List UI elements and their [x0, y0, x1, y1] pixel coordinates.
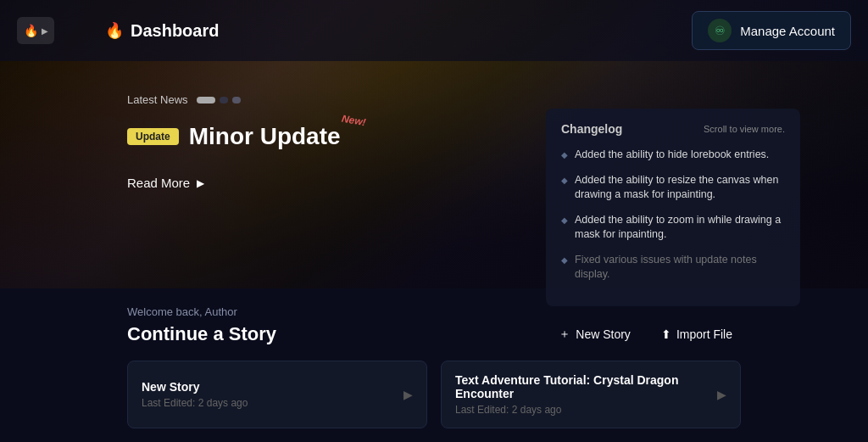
changelog-item-text-3: Added the ability to zoom in while drawi… — [575, 213, 785, 243]
bullet-icon-4: ◆ — [561, 255, 568, 283]
news-dot-3[interactable] — [232, 97, 241, 104]
logo-button[interactable]: 🔥 ▶ — [17, 17, 54, 44]
topbar-right: ♾ Manage Account — [692, 11, 851, 50]
changelog-item-4: ◆ Fixed various issues with update notes… — [561, 253, 785, 283]
bullet-icon-2: ◆ — [561, 175, 568, 203]
welcome-text: Welcome back, Author — [127, 305, 741, 318]
changelog-item-3: ◆ Added the ability to zoom in while dra… — [561, 213, 785, 243]
import-file-label: Import File — [676, 327, 732, 341]
topbar-title: 🔥 Dashboard — [105, 21, 219, 41]
story-cards: New Story Last Edited: 2 days ago ▶ Text… — [127, 361, 741, 428]
topbar: 🔥 ▶ 🔥 Dashboard ♾ Manage Account — [0, 0, 868, 61]
news-dots — [197, 97, 241, 104]
chevron-right-icon: ▶ — [42, 26, 48, 36]
bottom-header: Welcome back, Author Continue a Story ＋ … — [127, 305, 741, 347]
changelog-item-2: ◆ Added the ability to resize the canvas… — [561, 173, 785, 203]
story-card-1-arrow-icon: ▶ — [403, 388, 413, 401]
update-badge: Update — [127, 128, 179, 145]
manage-account-button[interactable]: ♾ Manage Account — [692, 11, 851, 50]
import-icon: ⬆ — [661, 327, 671, 341]
bullet-icon-3: ◆ — [561, 215, 568, 243]
plus-icon: ＋ — [559, 327, 570, 342]
read-more-link[interactable]: Read More ▶ — [127, 176, 341, 190]
story-card-1-title: New Story — [142, 380, 248, 394]
changelog-title: Changelog — [561, 122, 622, 136]
changelog-item-text-4: Fixed various issues with update notes d… — [575, 253, 785, 283]
bottom-section: Welcome back, Author Continue a Story ＋ … — [0, 288, 868, 442]
changelog-item-text-1: Added the ability to hide lorebook entri… — [575, 148, 769, 163]
new-story-button[interactable]: ＋ New Story — [550, 322, 639, 347]
import-file-button[interactable]: ⬆ Import File — [653, 322, 741, 346]
news-label: Latest News — [127, 93, 341, 106]
page-title: Dashboard — [131, 21, 219, 41]
manage-account-icon: ♾ — [708, 19, 732, 42]
story-card-1-subtitle: Last Edited: 2 days ago — [142, 397, 248, 409]
story-card-2[interactable]: Text Adventure Tutorial: Crystal Dragon … — [441, 361, 741, 428]
changelog-item-1: ◆ Added the ability to hide lorebook ent… — [561, 148, 785, 163]
dashboard-icon: 🔥 — [105, 21, 124, 40]
bullet-icon-1: ◆ — [561, 149, 568, 163]
latest-news-text: Latest News — [127, 93, 188, 106]
news-section: Latest News Update Minor Update New! Rea… — [127, 93, 341, 190]
continue-story-row: Continue a Story ＋ New Story ⬆ Import Fi… — [127, 322, 741, 347]
new-story-label: New Story — [576, 327, 631, 341]
changelog-panel: Changelog Scroll to view more. ◆ Added t… — [546, 109, 800, 306]
story-card-1-info: New Story Last Edited: 2 days ago — [142, 380, 248, 409]
flame-icon: 🔥 — [24, 24, 38, 37]
news-dot-1[interactable] — [197, 97, 215, 104]
story-card-1[interactable]: New Story Last Edited: 2 days ago ▶ — [127, 361, 427, 428]
changelog-item-text-2: Added the ability to resize the canvas w… — [575, 173, 785, 203]
continue-title: Continue a Story — [127, 323, 276, 345]
story-card-2-subtitle: Last Edited: 2 days ago — [455, 404, 717, 416]
topbar-left: 🔥 ▶ — [17, 17, 54, 44]
read-more-arrow-icon: ▶ — [197, 177, 204, 189]
news-title: Minor Update — [189, 123, 341, 150]
changelog-header: Changelog Scroll to view more. — [561, 122, 785, 136]
news-dot-2[interactable] — [220, 97, 228, 104]
story-card-2-info: Text Adventure Tutorial: Crystal Dragon … — [455, 373, 717, 416]
story-card-2-title: Text Adventure Tutorial: Crystal Dragon … — [455, 373, 717, 400]
bottom-actions: ＋ New Story ⬆ Import File — [550, 322, 741, 347]
story-card-2-arrow-icon: ▶ — [717, 388, 726, 401]
news-title-row: Update Minor Update New! — [127, 123, 341, 150]
manage-account-label: Manage Account — [740, 24, 835, 38]
changelog-scroll-hint: Scroll to view more. — [704, 124, 785, 134]
read-more-label: Read More — [127, 176, 190, 190]
